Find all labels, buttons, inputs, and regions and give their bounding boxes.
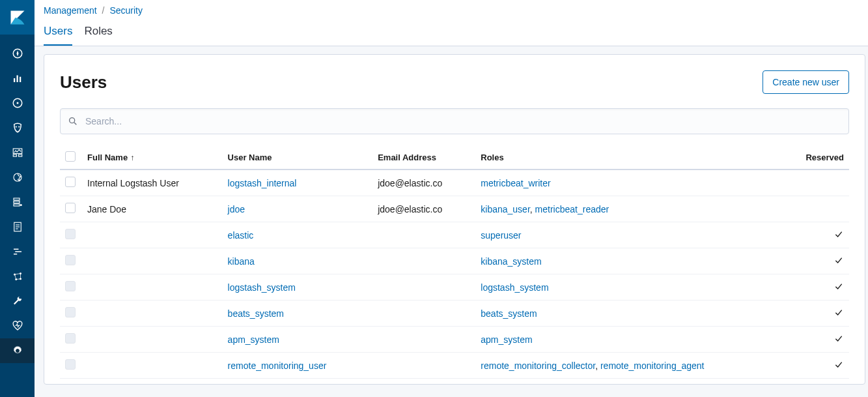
- svg-line-32: [74, 123, 76, 125]
- role-link[interactable]: remote_monitoring_collector: [481, 360, 595, 371]
- page-title: Users: [60, 72, 107, 93]
- table-row: kibanakibana_system: [60, 248, 849, 274]
- cell-email: [372, 353, 475, 379]
- username-link[interactable]: jdoe: [228, 204, 245, 214]
- nav-canvas-icon[interactable]: [0, 165, 35, 190]
- svg-rect-14: [14, 204, 20, 206]
- nav-monitoring-icon[interactable]: [0, 314, 35, 338]
- nav-visualize-icon[interactable]: [0, 66, 35, 91]
- breadcrumb-management[interactable]: Management: [44, 5, 97, 16]
- username-link[interactable]: kibana: [228, 256, 255, 267]
- role-link[interactable]: metricbeat_writer: [481, 178, 550, 188]
- tab-roles[interactable]: Roles: [84, 20, 112, 46]
- col-email[interactable]: Email Address: [372, 146, 475, 169]
- cell-roles: logstash_system: [475, 274, 797, 301]
- svg-point-15: [20, 204, 21, 206]
- cell-roles: superuser: [475, 222, 797, 248]
- nav-management-icon[interactable]: [0, 338, 35, 363]
- cell-email: [372, 274, 475, 301]
- svg-rect-3: [20, 77, 21, 82]
- nav-devtools-icon[interactable]: [0, 289, 35, 314]
- table-row: logstash_systemlogstash_system: [60, 274, 849, 301]
- row-checkbox[interactable]: [65, 177, 76, 187]
- cell-roles: metricbeat_writer: [475, 169, 797, 196]
- breadcrumb-separator: /: [102, 5, 105, 16]
- nav-discover-icon[interactable]: [0, 41, 35, 66]
- cell-email: jdoe@elastic.co: [372, 196, 475, 222]
- nav-apm-icon[interactable]: [0, 239, 35, 264]
- role-link[interactable]: kibana_user: [481, 204, 530, 214]
- col-reserved[interactable]: Reserved: [797, 146, 849, 169]
- svg-point-31: [70, 118, 75, 123]
- row-checkbox: [65, 359, 76, 370]
- col-roles[interactable]: Roles: [475, 146, 797, 169]
- row-checkbox: [65, 333, 76, 344]
- breadcrumb: Management / Security: [35, 0, 868, 17]
- username-link[interactable]: logstash_system: [228, 282, 296, 293]
- username-link[interactable]: apm_system: [228, 334, 279, 345]
- role-link[interactable]: superuser: [481, 230, 521, 241]
- nav-infra-icon[interactable]: [0, 190, 35, 214]
- nav-security-icon[interactable]: [0, 115, 35, 140]
- svg-point-5: [16, 102, 18, 104]
- row-checkbox: [65, 255, 76, 265]
- col-username[interactable]: User Name: [223, 146, 373, 169]
- tabs: Users Roles: [35, 17, 868, 46]
- cell-reserved: [797, 327, 849, 353]
- breadcrumb-security[interactable]: Security: [109, 5, 143, 16]
- username-link[interactable]: remote_monitoring_user: [228, 360, 327, 371]
- select-all-checkbox[interactable]: [65, 151, 76, 162]
- cell-email: [372, 301, 475, 327]
- username-link[interactable]: elastic: [228, 230, 254, 241]
- cell-fullname: [82, 327, 223, 353]
- svg-rect-12: [14, 198, 20, 200]
- cell-fullname: Internal Logstash User: [82, 169, 223, 196]
- role-link[interactable]: beats_system: [481, 308, 537, 319]
- svg-rect-10: [18, 154, 21, 156]
- role-link[interactable]: logstash_system: [481, 282, 548, 293]
- cell-roles: beats_system: [475, 301, 797, 327]
- cell-fullname: [82, 248, 223, 274]
- tab-users[interactable]: Users: [44, 20, 72, 46]
- table-row: remote_monitoring_userremote_monitoring_…: [60, 353, 849, 379]
- row-checkbox[interactable]: [65, 203, 76, 213]
- svg-rect-1: [14, 78, 15, 82]
- role-link[interactable]: apm_system: [481, 334, 532, 345]
- cell-email: [372, 327, 475, 353]
- username-link[interactable]: beats_system: [228, 308, 284, 319]
- users-panel: Users Create new user Full Name↑ User Na…: [44, 54, 865, 385]
- check-icon: [833, 307, 844, 317]
- create-user-button[interactable]: Create new user: [763, 70, 849, 94]
- nav-timelion-icon[interactable]: [0, 91, 35, 115]
- svg-rect-9: [13, 154, 16, 156]
- table-row: elasticsuperuser: [60, 222, 849, 248]
- cell-roles: apm_system: [475, 327, 797, 353]
- nav-logs-icon[interactable]: [0, 214, 35, 239]
- nav-dashboard-icon[interactable]: [0, 140, 35, 165]
- cell-reserved: [797, 248, 849, 274]
- username-link[interactable]: logstash_internal: [228, 178, 297, 188]
- cell-reserved: [797, 301, 849, 327]
- check-icon: [833, 229, 844, 239]
- kibana-logo[interactable]: [0, 0, 35, 35]
- check-icon: [833, 281, 844, 291]
- row-checkbox: [65, 307, 76, 317]
- role-link[interactable]: metricbeat_reader: [535, 204, 609, 214]
- search-icon: [68, 116, 78, 126]
- search-input[interactable]: [60, 108, 849, 134]
- col-fullname[interactable]: Full Name↑: [82, 146, 223, 169]
- table-row: Internal Logstash Userlogstash_internalj…: [60, 169, 849, 196]
- role-link[interactable]: kibana_system: [481, 256, 541, 267]
- nav-graph-icon[interactable]: [0, 264, 35, 289]
- svg-point-7: [18, 126, 20, 127]
- cell-reserved: [797, 222, 849, 248]
- side-nav: [0, 0, 35, 397]
- row-checkbox: [65, 281, 76, 291]
- cell-fullname: [82, 301, 223, 327]
- check-icon: [833, 333, 844, 344]
- users-table: Full Name↑ User Name Email Address Roles…: [60, 146, 849, 379]
- role-link[interactable]: remote_monitoring_agent: [600, 360, 705, 371]
- table-row: apm_systemapm_system: [60, 327, 849, 353]
- table-row: Jane Doejdoejdoe@elastic.cokibana_user, …: [60, 196, 849, 222]
- cell-email: jdoe@elastic.co: [372, 169, 475, 196]
